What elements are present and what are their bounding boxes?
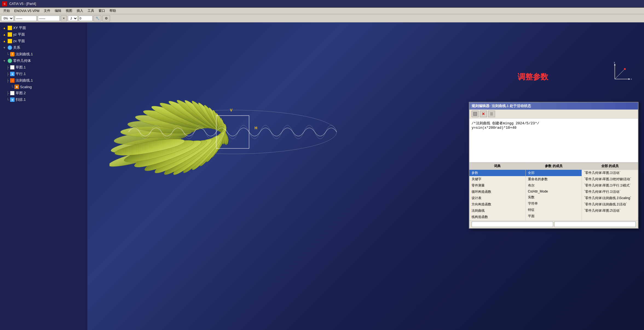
adjust-params-label: 调整参数 [518, 72, 548, 82]
editor-btn-list[interactable] [488, 111, 495, 117]
toolbar-line-weight[interactable]: —— [38, 16, 60, 21]
tree-label-sweep1: 扫掠.1 [16, 97, 26, 102]
toolbar-line-style[interactable]: —— [15, 16, 37, 21]
dict-item-dir-ctor[interactable]: 方向构造函数 [469, 201, 525, 208]
sketch2-icon: ✏ [10, 91, 15, 95]
dict-header-3: 全部 的成员 [582, 163, 638, 170]
rule-editor-value-input[interactable] [554, 222, 636, 227]
tree-label-sketch2: 草图.2 [16, 91, 26, 96]
svg-marker-44 [614, 64, 616, 65]
tree-panel: ▲ XY 平面 ▲ yz 平面 ▲ zx 平面 ▼ ⬡ 关系 └ f 法则曲线.… [0, 22, 88, 330]
tree-item-relation[interactable]: ▼ ⬡ 关系 [1, 44, 86, 51]
dict-item-feature[interactable]: 特征 [526, 207, 582, 213]
menu-window[interactable]: 窗口 [96, 8, 107, 14]
editor-btn-table[interactable] [472, 111, 479, 117]
tree-label-geom: 零件几何体 [13, 58, 31, 63]
dict-item-renamed-params[interactable]: 重命名的参数 [526, 176, 582, 182]
dict-item-member-0[interactable]: `零件几何体\草图.1\活动` [582, 170, 638, 176]
dict-item-loop-ctor[interactable]: 循环构造函数 [469, 189, 525, 195]
dict-item-member-5[interactable]: `零件几何体\法则曲线.1\活动` [582, 201, 638, 208]
dict-item-plane[interactable]: 平面 [526, 213, 582, 219]
menu-view[interactable]: 视图 [63, 8, 74, 14]
relation-icon: ⬡ [8, 45, 12, 50]
toolbar-icon-2[interactable]: ⚙ [102, 15, 110, 21]
axis-indicator: x y [611, 61, 633, 83]
sweep1-icon: ◈ [10, 97, 15, 102]
tree-item-zx[interactable]: ▲ zx 平面 [1, 38, 86, 44]
menu-start[interactable]: 开始 [1, 8, 12, 14]
dict-item-string[interactable]: 字符串 [526, 200, 582, 207]
menu-file[interactable]: 文件 [42, 8, 53, 14]
svg-text:V: V [230, 108, 233, 112]
tree-item-xy[interactable]: ▲ XY 平面 [1, 25, 86, 31]
dict-item-bool[interactable]: 布尔 [526, 182, 582, 189]
tree-item-yz[interactable]: ▲ yz 平面 [1, 31, 86, 38]
tree-item-sketch1[interactable]: ├ ✏ 草图.1 [5, 64, 86, 71]
dict-item-params[interactable]: 参数 [469, 170, 525, 176]
dict-item-member-1[interactable]: `零件几何体\草图.1\绝对轴\活动` [582, 176, 638, 182]
menu-help[interactable]: 帮助 [107, 8, 118, 14]
tree-label-yz: yz 平面 [13, 32, 25, 37]
editor-btn-close[interactable]: ✕ [480, 111, 487, 117]
rule-editor-code[interactable]: /*法则曲线 创建者mingg 2024/5/23*/ y=sin(x*200r… [469, 119, 638, 162]
tree-connector-sc: └ [11, 85, 13, 89]
tree-item-geom[interactable]: ▼ ⬡ 零件几何体 [1, 58, 86, 64]
tree-item-sweep1[interactable]: └ ◈ 扫掠.1 [5, 96, 86, 103]
tree-item-scaling[interactable]: └ ▣ Scaling [10, 84, 86, 90]
dict-item-member-3[interactable]: `零件几何体\平行.1\活动` [582, 189, 638, 195]
dict-col-3: 全部 的成员 `零件几何体\草图.1\活动` `零件几何体\草图.1\绝对轴\活… [582, 163, 638, 220]
dict-item-member-2[interactable]: `零件几何体\草图.1\平行.1\模式` [582, 182, 638, 189]
dict-item-part-measure[interactable]: 零件测量 [469, 182, 525, 189]
tree-connector-sw: └ [7, 98, 9, 102]
tree-item-sketch2[interactable]: ├ ✏ 草图.2 [5, 90, 86, 96]
dict-item-cstattr[interactable]: CstAttr_Mode [526, 189, 582, 194]
tree-connector-s2: ├ [7, 91, 9, 95]
dict-item-keywords[interactable]: 关键字 [469, 176, 525, 182]
tree-label-zx: zx 平面 [13, 39, 25, 44]
rule-editor-search-input[interactable] [472, 222, 553, 227]
plane-icon-xy [8, 26, 12, 30]
rule-editor-title: 规则编辑器: 法则曲线.1 处于活动状态 [469, 102, 638, 110]
menu-insert[interactable]: 插入 [74, 8, 85, 14]
svg-rect-50 [473, 112, 477, 116]
toolbar-dropdown-1[interactable]: 0% [1, 16, 14, 21]
toolbar-close-btn[interactable]: × [61, 15, 67, 21]
svg-text:H: H [255, 126, 257, 130]
dict-item-law-curve[interactable]: 法则曲线 [469, 208, 525, 214]
toolbar-dropdown-2[interactable]: J [68, 16, 78, 21]
expand-icon-relation: ▼ [2, 45, 7, 50]
sketch1-icon: ✏ [10, 65, 15, 70]
tree-item-fazecurve1[interactable]: └ f 法则曲线.1 [5, 51, 86, 58]
menu-enovia[interactable]: ENOVIA V5 VPM [12, 8, 42, 13]
svg-line-47 [615, 70, 624, 79]
dict-item-member-6[interactable]: `零件几何体\草图.2\活动` [582, 208, 638, 214]
tree-item-parallel1[interactable]: ├ ◈ 平行.1 [5, 71, 86, 77]
expand-icon-geom: ▼ [2, 59, 7, 63]
menu-bar: 开始 ENOVIA V5 VPM 文件 编辑 视图 插入 工具 窗口 帮助 [0, 8, 644, 14]
dict-item-member-4[interactable]: `零件几何体\法则曲线.1\Scaling` [582, 195, 638, 201]
svg-text:y: y [614, 61, 615, 64]
dictionary-area: 词典 参数 关键字 零件测量 循环构造函数 设计表 方向构造函数 法则曲线 线构… [469, 162, 638, 220]
rule-editor-dialog: 规则编辑器: 法则曲线.1 处于活动状态 ✕ [469, 102, 639, 229]
dict-item-line-ctor[interactable]: 线构造函数 [469, 214, 525, 220]
dict-item-all[interactable]: 全部 [526, 170, 582, 176]
toolbar-input-1[interactable] [79, 16, 93, 21]
fazecurve1b-icon: ⟋ [10, 78, 15, 83]
tree-label-xy: XY 平面 [13, 25, 26, 30]
menu-tools[interactable]: 工具 [85, 8, 96, 14]
parallel1-icon: ◈ [10, 72, 15, 76]
menu-edit[interactable]: 编辑 [53, 8, 63, 14]
tree-connector-fc1b: ├ [7, 79, 9, 83]
tree-connector-s1: ├ [7, 65, 9, 70]
title-bar: C CATIA V5 - [Part4] [0, 0, 644, 8]
geom-icon: ⬡ [8, 59, 12, 63]
plane-icon-zx [8, 39, 12, 43]
dict-item-design-table[interactable]: 设计表 [469, 195, 525, 201]
dict-item-real[interactable]: 实数 [526, 194, 582, 200]
tree-icon-zx: ▲ [2, 39, 7, 43]
tree-item-fazecurve1b[interactable]: ├ ⟋ 法则曲线.1 [5, 77, 86, 84]
toolbar-icon-1[interactable]: 🔧 [94, 15, 101, 21]
fazecurve-icon-1: f [10, 52, 15, 56]
svg-marker-45 [628, 78, 630, 80]
rule-editor-bottom [469, 220, 638, 228]
